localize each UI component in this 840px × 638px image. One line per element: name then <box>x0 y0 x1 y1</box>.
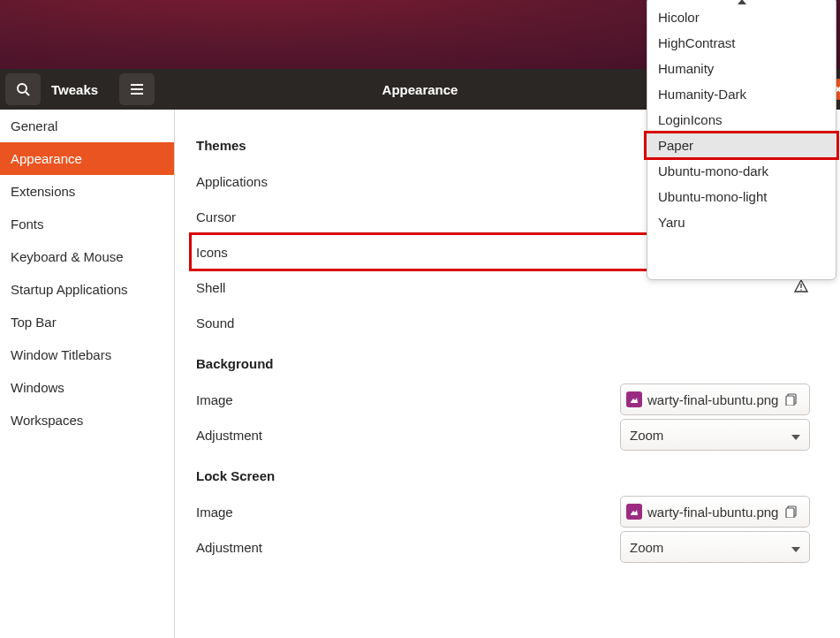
sidebar-item-keyboard-mouse[interactable]: Keyboard & Mouse <box>0 240 174 273</box>
svg-marker-11 <box>631 398 638 403</box>
search-icon <box>16 82 30 96</box>
themes-sound-label: Sound <box>196 315 234 330</box>
triangle-up-icon <box>738 0 746 4</box>
sidebar-item-general[interactable]: General <box>0 110 174 142</box>
dropdown-option-highcontrast[interactable]: HighContrast <box>647 30 836 56</box>
dropdown-option-hicolor[interactable]: Hicolor <box>647 4 836 30</box>
dropdown-option-ubuntu-mono-light[interactable]: Ubuntu-mono-light <box>647 184 836 209</box>
sidebar-item-extensions[interactable]: Extensions <box>0 175 174 208</box>
svg-rect-3 <box>131 88 143 90</box>
background-image-value: warty-final-ubuntu.png <box>647 392 778 407</box>
lockscreen-image-label: Image <box>196 505 233 520</box>
chevron-down-icon <box>791 540 800 555</box>
lockscreen-adjustment-combo[interactable]: Zoom <box>620 531 810 563</box>
warning-icon <box>794 279 814 295</box>
svg-marker-18 <box>791 547 800 552</box>
dropdown-option-yaru[interactable]: Yaru <box>647 209 836 235</box>
sidebar-item-window-titlebars[interactable]: Window Titlebars <box>0 338 174 371</box>
lockscreen-image-value: warty-final-ubuntu.png <box>647 505 778 520</box>
hamburger-icon <box>131 84 143 95</box>
sidebar-item-windows[interactable]: Windows <box>0 371 174 404</box>
themes-shell-label: Shell <box>196 280 225 295</box>
file-open-icon <box>785 505 798 518</box>
dropdown-option-humanity[interactable]: Humanity <box>647 56 836 81</box>
background-image-label: Image <box>196 392 233 407</box>
image-file-icon <box>626 504 642 520</box>
lockscreen-adjustment-value: Zoom <box>630 540 663 555</box>
themes-cursor-label: Cursor <box>196 209 236 224</box>
themes-applications-label: Applications <box>196 174 268 189</box>
hamburger-menu-button[interactable] <box>119 73 155 105</box>
sidebar-item-fonts[interactable]: Fonts <box>0 208 174 240</box>
svg-point-0 <box>18 84 26 93</box>
section-background: Background <box>196 356 814 371</box>
section-lockscreen: Lock Screen <box>196 468 814 483</box>
header-title-left: Tweaks <box>46 82 114 97</box>
svg-point-10 <box>800 289 801 290</box>
sidebar-item-workspaces[interactable]: Workspaces <box>0 404 174 437</box>
chevron-down-icon <box>791 428 800 443</box>
header-title-center: Appearance <box>382 82 458 97</box>
dropdown-option-ubuntu-mono-dark[interactable]: Ubuntu-mono-dark <box>647 158 836 184</box>
dropdown-option-humanity-dark[interactable]: Humanity-Dark <box>647 81 836 107</box>
svg-rect-4 <box>131 93 143 95</box>
lockscreen-adjustment-label: Adjustment <box>196 540 262 555</box>
dropdown-option-loginicons[interactable]: LoginIcons <box>647 107 836 133</box>
sidebar: General Appearance Extensions Fonts Keyb… <box>0 110 175 638</box>
background-adjustment-value: Zoom <box>630 428 663 443</box>
file-open-icon <box>785 393 798 406</box>
svg-rect-17 <box>786 508 794 518</box>
lockscreen-image-chooser[interactable]: warty-final-ubuntu.png <box>620 496 810 528</box>
svg-rect-13 <box>786 396 794 406</box>
background-adjustment-combo[interactable]: Zoom <box>620 419 810 451</box>
search-button[interactable] <box>5 73 41 105</box>
svg-marker-7 <box>738 0 746 4</box>
sidebar-item-appearance[interactable]: Appearance <box>0 142 174 175</box>
sidebar-item-startup-applications[interactable]: Startup Applications <box>0 273 174 306</box>
themes-icons-label: Icons <box>196 245 228 260</box>
main-panel: Hicolor HighContrast Humanity Humanity-D… <box>175 110 840 638</box>
dropdown-option-paper[interactable]: Paper <box>646 133 837 158</box>
svg-line-1 <box>26 92 29 95</box>
background-image-chooser[interactable]: warty-final-ubuntu.png <box>620 384 810 415</box>
image-file-icon <box>626 391 642 407</box>
svg-marker-15 <box>631 510 638 515</box>
sidebar-item-top-bar[interactable]: Top Bar <box>0 306 174 338</box>
svg-rect-2 <box>131 84 143 86</box>
background-adjustment-label: Adjustment <box>196 428 262 443</box>
svg-marker-14 <box>791 435 800 440</box>
icons-theme-dropdown[interactable]: Hicolor HighContrast Humanity Humanity-D… <box>647 0 836 280</box>
